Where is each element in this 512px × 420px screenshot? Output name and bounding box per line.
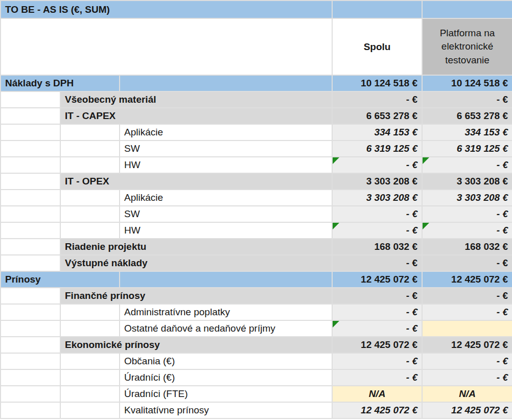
value-cell[interactable]: 168 032 €	[332, 239, 422, 255]
indent-cell[interactable]	[1, 190, 60, 206]
title-spacer-cell-spolu[interactable]	[332, 1, 422, 18]
row-label-cell[interactable]: Všeobecný materiál	[60, 91, 332, 108]
indent-cell[interactable]	[60, 304, 120, 320]
value-cell[interactable]: - €	[332, 369, 422, 386]
indent-cell[interactable]	[1, 288, 60, 304]
value-cell[interactable]: - €	[332, 255, 422, 271]
indent-cell[interactable]	[1, 320, 60, 337]
row-label-cell[interactable]: IT - CAPEX	[60, 108, 332, 124]
value-cell[interactable]: - €	[332, 353, 422, 369]
indent-cell[interactable]	[1, 173, 60, 190]
indent-cell[interactable]	[60, 157, 120, 173]
row-label-cell[interactable]: Ekonomické prínosy	[60, 337, 332, 353]
column-header-spolu[interactable]: Spolu	[332, 18, 422, 75]
row-label-cell[interactable]: SW	[120, 141, 332, 157]
row-label-cell[interactable]: Aplikácie	[120, 124, 332, 141]
indent-cell[interactable]	[60, 190, 120, 206]
row-label-cell[interactable]: SW	[120, 206, 332, 222]
value-cell[interactable]: 6 319 125 €	[422, 141, 512, 157]
value-cell[interactable]	[422, 320, 512, 337]
value-cell[interactable]: 12 425 072 €	[422, 402, 512, 418]
row-label-filler-cell[interactable]	[120, 75, 332, 91]
indent-cell[interactable]	[1, 369, 60, 386]
indent-cell[interactable]	[1, 402, 60, 418]
row-label-cell[interactable]: HW	[120, 157, 332, 173]
value-cell[interactable]: - €	[422, 304, 512, 320]
value-cell[interactable]: 334 153 €	[422, 124, 512, 141]
value-cell[interactable]: - €	[332, 288, 422, 304]
value-cell[interactable]: - €	[332, 91, 422, 108]
value-cell[interactable]: 6 653 278 €	[422, 108, 512, 124]
indent-cell[interactable]	[1, 239, 60, 255]
value-cell[interactable]: - €	[422, 353, 512, 369]
value-cell[interactable]: 6 653 278 €	[332, 108, 422, 124]
indent-cell[interactable]	[1, 108, 60, 124]
indent-cell[interactable]	[1, 222, 60, 239]
value-cell[interactable]: 12 425 072 €	[422, 337, 512, 353]
indent-cell[interactable]	[60, 320, 120, 337]
value-cell[interactable]: 10 124 518 €	[332, 75, 422, 91]
indent-cell[interactable]	[1, 386, 60, 402]
indent-cell[interactable]	[1, 304, 60, 320]
value-cell[interactable]: N/A	[422, 386, 512, 402]
indent-cell[interactable]	[1, 91, 60, 108]
value-cell[interactable]: - €	[422, 288, 512, 304]
value-cell[interactable]: - €	[332, 320, 422, 337]
row-label-cell[interactable]: Náklady s DPH	[1, 75, 120, 91]
value-cell[interactable]: 12 425 072 €	[422, 271, 512, 288]
table-title[interactable]: TO BE - AS IS (€, SUM)	[1, 1, 332, 18]
row-label-cell[interactable]: Administratívne poplatky	[120, 304, 332, 320]
value-cell[interactable]: 334 153 €	[332, 124, 422, 141]
value-cell[interactable]: 12 425 072 €	[332, 337, 422, 353]
value-cell[interactable]: - €	[422, 255, 512, 271]
indent-cell[interactable]	[60, 141, 120, 157]
value-cell[interactable]: 3 303 208 €	[422, 173, 512, 190]
value-cell[interactable]: - €	[332, 206, 422, 222]
row-label-cell[interactable]: Ostatné daňové a nedaňové príjmy	[120, 320, 332, 337]
row-label-cell[interactable]: Kvalitatívne prínosy	[120, 402, 332, 418]
indent-cell[interactable]	[60, 206, 120, 222]
indent-cell[interactable]	[60, 386, 120, 402]
value-cell[interactable]: 3 303 208 €	[332, 190, 422, 206]
value-cell[interactable]: - €	[422, 157, 512, 173]
value-cell[interactable]: - €	[422, 222, 512, 239]
row-label-cell[interactable]: Úradníci (FTE)	[120, 386, 332, 402]
value-cell[interactable]: 3 303 208 €	[332, 173, 422, 190]
value-cell[interactable]: 3 303 208 €	[422, 190, 512, 206]
value-cell[interactable]: 168 032 €	[422, 239, 512, 255]
indent-cell[interactable]	[1, 255, 60, 271]
row-label-cell[interactable]: Prínosy	[1, 271, 120, 288]
indent-cell[interactable]	[1, 157, 60, 173]
indent-cell[interactable]	[60, 222, 120, 239]
value-cell[interactable]: 6 319 125 €	[332, 141, 422, 157]
row-label-cell[interactable]: Výstupné náklady	[60, 255, 332, 271]
indent-cell[interactable]	[1, 337, 60, 353]
value-cell[interactable]: N/A	[332, 386, 422, 402]
row-label-cell[interactable]: Riadenie projektu	[60, 239, 332, 255]
indent-cell[interactable]	[1, 353, 60, 369]
indent-cell[interactable]	[1, 206, 60, 222]
indent-cell[interactable]	[1, 141, 60, 157]
value-cell[interactable]: - €	[332, 222, 422, 239]
row-label-cell[interactable]: IT - OPEX	[60, 173, 332, 190]
row-label-filler-cell[interactable]	[120, 271, 332, 288]
value-cell[interactable]: - €	[422, 369, 512, 386]
indent-cell[interactable]	[60, 402, 120, 418]
indent-cell[interactable]	[60, 124, 120, 141]
row-label-cell[interactable]: Úradníci (€)	[120, 369, 332, 386]
value-cell[interactable]: - €	[332, 304, 422, 320]
indent-cell[interactable]	[60, 369, 120, 386]
row-label-cell[interactable]: Finančné prínosy	[60, 288, 332, 304]
value-cell[interactable]: - €	[332, 157, 422, 173]
value-cell[interactable]: - €	[422, 91, 512, 108]
indent-cell[interactable]	[60, 353, 120, 369]
row-label-cell[interactable]: Občania (€)	[120, 353, 332, 369]
indent-cell[interactable]	[1, 124, 60, 141]
title-spacer-cell-platforma[interactable]	[422, 1, 512, 18]
row-label-cell[interactable]: HW	[120, 222, 332, 239]
row-label-cell[interactable]: Aplikácie	[120, 190, 332, 206]
value-cell[interactable]: 10 124 518 €	[422, 75, 512, 91]
header-empty-cell[interactable]	[1, 18, 332, 75]
value-cell[interactable]: 12 425 072 €	[332, 271, 422, 288]
column-header-platforma[interactable]: Platforma na elektronické testovanie	[422, 18, 512, 75]
